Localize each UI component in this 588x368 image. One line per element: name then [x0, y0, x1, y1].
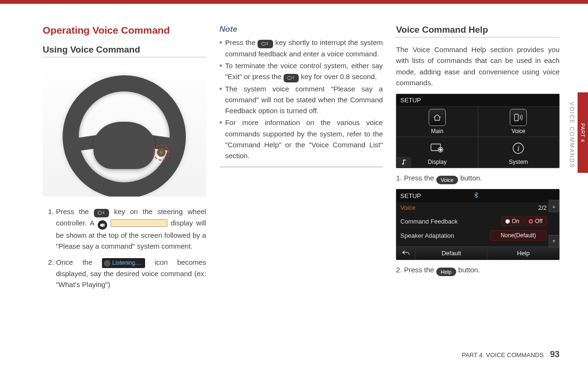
listening-indicator: Listening.... — [102, 258, 145, 268]
step-2: Once the Listening.... icon becomes disp… — [56, 257, 206, 290]
setup-voice-button-bar: Default Help — [396, 246, 559, 260]
note-2-b: key for over 0.8 second. — [301, 72, 377, 81]
voice-key-icon — [257, 40, 273, 48]
tile-label-main: Main — [431, 128, 443, 135]
wheel-hub — [93, 122, 155, 169]
note-4: For more information on the various voic… — [220, 117, 383, 161]
note-1-a: Press the — [225, 38, 258, 46]
chapter-side-tab-label: PART 4 — [580, 123, 586, 142]
content-columns: Operating Voice Command Using Voice Comm… — [43, 25, 560, 340]
press-voice-step-a: 1. Press the — [396, 174, 436, 182]
tile-label-display: Display — [428, 159, 446, 165]
listening-head-icon — [104, 260, 110, 267]
setup-voice-title: SETUP — [396, 189, 559, 202]
highlight-dashed-circle — [153, 144, 169, 161]
press-voice-step: 1. Press the Voice button. — [396, 174, 560, 184]
help-button[interactable]: Help — [487, 247, 559, 260]
row-command-feedback: Command Feedback On Off — [400, 214, 547, 228]
default-button[interactable]: Default — [415, 247, 487, 260]
info-icon: i — [510, 140, 527, 157]
setup-voice-body: Voice 2/2 Command Feedback On Off Speake… — [396, 202, 559, 246]
main-heading: Operating Voice Command — [43, 25, 206, 36]
sub-heading-using-voice: Using Voice Command — [43, 45, 206, 57]
setup-voice-title-text: SETUP — [400, 192, 421, 199]
voice-button-pill: Voice — [436, 176, 459, 184]
tile-label-system: System — [509, 159, 528, 165]
setup-tile-main[interactable]: Main — [396, 106, 478, 137]
footer-part-label: PART 4. VOICE COMMANDS — [462, 351, 544, 359]
press-help-step-a: 2. Press the — [396, 266, 436, 274]
command-feedback-toggle[interactable]: On Off — [501, 216, 547, 226]
toggle-off-label: Off — [535, 218, 542, 224]
voice-pager: 2/2 — [538, 204, 547, 211]
column-1: Operating Voice Command Using Voice Comm… — [43, 25, 206, 340]
note-3: The system voice comment "Please say a c… — [220, 83, 383, 117]
step-1-text-a: Press the — [56, 207, 94, 215]
press-help-step: 2. Press the Help button. — [396, 266, 560, 276]
music-note-icon — [397, 157, 411, 167]
note-2: To terminate the voice control system, e… — [220, 60, 383, 82]
voice-key-icon — [284, 74, 299, 82]
row-speaker-adaptation-label: Speaker Adaptation — [400, 232, 454, 239]
page-top-strip — [0, 0, 588, 4]
setup-voice-screen: SETUP Voice 2/2 Command Feedback On O — [396, 189, 560, 260]
note-1: Press the key shortly to interrupt the s… — [220, 37, 383, 59]
bluetooth-icon — [473, 192, 479, 200]
svg-rect-0 — [514, 114, 518, 121]
document-page: PART 4 VOICE COMMANDS Operating Voice Co… — [0, 0, 588, 368]
chapter-side-label-text: VOICE COMMANDS — [569, 102, 575, 168]
speaker-icon — [98, 220, 107, 230]
using-voice-steps: Press the key on the steering wheel cont… — [43, 206, 206, 290]
voice-command-help-heading: Voice Command Help — [396, 25, 560, 37]
column-3: Voice Command Help The Voice Command Hel… — [396, 25, 560, 340]
press-help-step-b: button. — [458, 266, 480, 274]
steering-wheel-illustration — [43, 64, 206, 197]
footer-page-number: 93 — [550, 350, 560, 359]
tile-label-voice: Voice — [512, 128, 525, 135]
voice-command-help-intro: The Voice Command Help section provides … — [396, 44, 560, 88]
press-voice-step-b: button. — [460, 174, 482, 182]
toggle-off[interactable]: Off — [524, 216, 547, 226]
column-2: Note Press the key shortly to interrupt … — [220, 25, 383, 340]
setup-tile-voice[interactable]: Voice — [478, 106, 559, 137]
row-speaker-adaptation: Speaker Adaptation None(Default) — [400, 228, 547, 242]
scroll-down-icon[interactable]: ▾ — [549, 235, 559, 247]
toggle-on[interactable]: On — [501, 216, 524, 226]
voice-tab-line: Voice 2/2 — [400, 204, 547, 211]
setup-screen-title: SETUP — [396, 94, 559, 106]
chapter-side-label: VOICE COMMANDS — [567, 92, 577, 178]
scrollbar[interactable]: ▴ ▾ — [549, 200, 559, 247]
home-icon — [429, 109, 446, 126]
speaker-adaptation-dropdown[interactable]: None(Default) — [490, 230, 547, 241]
scroll-track[interactable] — [549, 212, 559, 235]
display-icon — [429, 140, 446, 157]
voice-key-icon — [94, 209, 110, 217]
listening-label: Listening.... — [112, 259, 141, 268]
note-heading: Note — [220, 25, 383, 34]
step-1: Press the key on the steering wheel cont… — [56, 206, 206, 252]
scroll-up-icon[interactable]: ▴ — [549, 200, 559, 212]
back-button[interactable] — [396, 247, 415, 260]
help-button-pill: Help — [436, 268, 457, 276]
setup-tile-grid: Main Voice Display — [396, 106, 559, 168]
svg-text:i: i — [517, 144, 520, 153]
step-2-text-a: Once the — [56, 258, 102, 266]
voice-icon — [510, 109, 527, 126]
toggle-on-label: On — [512, 218, 519, 224]
setup-tile-system[interactable]: i System — [478, 137, 559, 168]
setup-screen-main: SETUP Main Voice — [396, 94, 560, 168]
note-divider — [220, 167, 383, 167]
row-command-feedback-label: Command Feedback — [400, 218, 458, 225]
chapter-side-tab: PART 4 — [578, 92, 588, 173]
voice-tab-label: Voice — [400, 204, 415, 211]
page-footer: PART 4. VOICE COMMANDS 93 — [462, 350, 560, 359]
setup-tile-display[interactable]: Display — [396, 137, 478, 168]
note-list: Press the key shortly to interrupt the s… — [220, 37, 383, 161]
prompt-display-bar — [110, 219, 167, 227]
